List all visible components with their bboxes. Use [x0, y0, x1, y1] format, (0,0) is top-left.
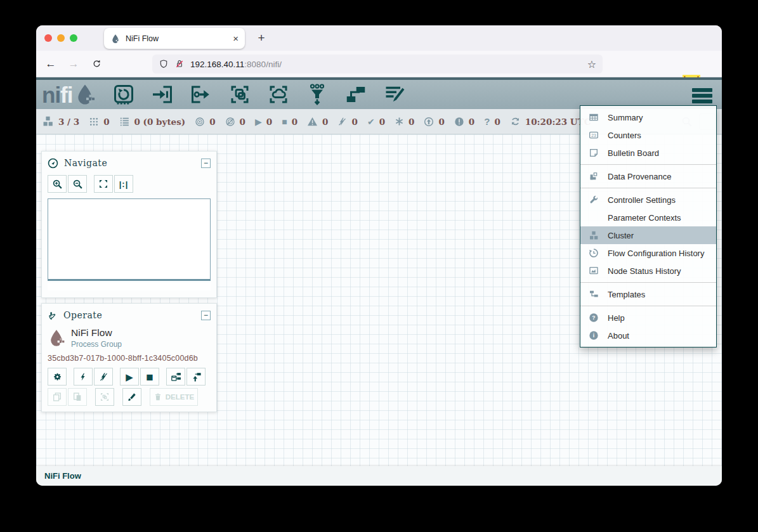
breadcrumb[interactable]: NiFi Flow — [44, 471, 81, 481]
transmitting-count: 0 — [209, 117, 215, 127]
menu-separator — [580, 188, 716, 188]
menu-item-node-status-history[interactable]: Node Status History — [580, 262, 716, 280]
nifi-drop-icon — [74, 82, 96, 107]
operate-header: Operate − — [48, 308, 211, 322]
global-menu-button[interactable] — [692, 88, 712, 103]
browser-window: NiFi Flow × + ← → 192.168.40.11:8080/nif… — [36, 25, 722, 486]
birdseye-view[interactable] — [48, 198, 211, 281]
refresh-icon[interactable] — [510, 116, 521, 127]
input-port-icon[interactable] — [151, 83, 174, 106]
browser-tab[interactable]: NiFi Flow × — [104, 28, 245, 49]
disabled-count: 0 — [351, 117, 357, 127]
tab-title: NiFi Flow — [126, 34, 228, 43]
url-text[interactable]: 192.168.40.11:8080/nifi/ — [190, 60, 582, 69]
question-icon: ? — [484, 116, 490, 127]
brush-icon — [127, 392, 137, 402]
remote-process-group-icon[interactable] — [267, 83, 290, 106]
bookmark-star-icon[interactable]: ☆ — [587, 58, 596, 70]
menu-label: Node Status History — [608, 266, 681, 276]
menu-item-flow-configuration-history[interactable]: Flow Configuration History — [580, 244, 716, 262]
stale-status: 0 — [424, 117, 444, 127]
close-window-button[interactable] — [44, 34, 52, 42]
change-color-button[interactable] — [122, 388, 141, 406]
zoom-out-button[interactable] — [68, 175, 87, 193]
output-port-icon[interactable] — [190, 83, 212, 106]
flow-id: 35cbd3b7-017b-1000-8bff-1c3405c00d6b — [48, 354, 211, 363]
asterisk-icon — [395, 117, 404, 126]
menu-label: Cluster — [608, 231, 634, 240]
transmitting-icon — [195, 117, 205, 127]
cluster-icon — [588, 231, 599, 240]
up-to-date-count: 0 — [379, 117, 385, 127]
menu-item-parameter-contexts[interactable]: Parameter Contexts — [580, 209, 716, 226]
enable-button[interactable] — [74, 368, 93, 386]
funnel-icon[interactable] — [306, 83, 329, 106]
reload-button[interactable] — [87, 55, 106, 74]
zoom-fit-button[interactable] — [94, 175, 113, 193]
insecure-lock-icon[interactable] — [174, 59, 185, 69]
svg-text:?: ? — [592, 315, 595, 321]
process-group-icon[interactable] — [228, 83, 251, 106]
flow-name: NiFi Flow — [71, 327, 122, 339]
actual-size-button[interactable]: |:| — [114, 175, 133, 193]
address-field[interactable]: 192.168.40.11:8080/nifi/ ☆ — [152, 55, 603, 74]
paste-button[interactable] — [68, 388, 87, 406]
locally-modified-stale-count: 0 — [469, 117, 474, 127]
menu-label: Flow Configuration History — [608, 249, 704, 258]
save-template-button[interactable] — [166, 368, 185, 386]
stop-button[interactable]: ■ — [140, 368, 159, 386]
locally-modified-count: 0 — [408, 117, 414, 127]
disable-button[interactable] — [94, 368, 113, 386]
url-path: :8080/nifi/ — [244, 60, 282, 69]
menu-item-summary[interactable]: Summary — [580, 108, 716, 126]
history-icon — [588, 248, 599, 258]
menu-item-about[interactable]: i About — [580, 327, 716, 344]
locally-modified-stale-status: 0 — [454, 117, 474, 127]
zoom-in-icon — [52, 179, 63, 190]
back-button[interactable]: ← — [41, 55, 60, 74]
bulletin-board-icon — [588, 148, 599, 158]
paste-icon — [72, 392, 82, 402]
menu-label: Templates — [608, 290, 645, 299]
minimize-window-button[interactable] — [57, 34, 65, 42]
menu-item-templates[interactable]: Templates — [580, 285, 716, 303]
zoom-window-button[interactable] — [70, 34, 77, 42]
up-to-date-status: ✔ 0 — [367, 117, 385, 127]
check-icon: ✔ — [367, 117, 375, 126]
delete-label: DELETE — [166, 393, 194, 401]
shield-icon[interactable] — [159, 59, 169, 69]
menu-item-cluster[interactable]: Cluster — [580, 226, 716, 244]
nifi-logo: nifi — [42, 82, 96, 107]
menu-item-data-provenance[interactable]: Data Provenance — [580, 167, 716, 185]
copy-button[interactable] — [48, 388, 67, 406]
breadcrumb-bar: NiFi Flow — [36, 466, 722, 486]
stopped-status: ■ 0 — [282, 117, 297, 127]
disabled-bolt-icon — [337, 117, 347, 127]
group-button[interactable] — [95, 388, 114, 406]
new-tab-button[interactable]: + — [252, 29, 271, 47]
flow-type: Process Group — [71, 340, 122, 349]
menu-label: Bulletin Board — [608, 148, 659, 158]
template-icon[interactable] — [344, 83, 367, 106]
close-tab-icon[interactable]: × — [233, 33, 239, 44]
wrench-icon — [588, 195, 599, 205]
menu-label: About — [608, 331, 629, 341]
forward-button[interactable]: → — [64, 55, 83, 74]
delete-button[interactable]: DELETE — [150, 388, 198, 406]
menu-item-bulletin-board[interactable]: Bulletin Board — [580, 144, 716, 162]
menu-item-help[interactable]: ? Help — [580, 309, 716, 327]
start-button[interactable]: ▶ — [120, 368, 139, 386]
menu-item-controller-settings[interactable]: Controller Settings — [580, 191, 716, 209]
save-template-icon — [171, 372, 181, 382]
collapse-operate-button[interactable]: − — [201, 311, 211, 320]
zoom-in-button[interactable] — [48, 175, 67, 193]
configure-button[interactable] — [48, 368, 67, 386]
birdseye-slider[interactable] — [48, 283, 211, 290]
menu-item-counters[interactable]: 23 Counters — [580, 126, 716, 144]
processor-icon[interactable] — [112, 83, 135, 106]
collapse-navigate-button[interactable]: − — [201, 159, 211, 168]
threads-icon — [89, 117, 99, 127]
label-icon[interactable] — [383, 83, 406, 106]
upload-template-button[interactable] — [186, 368, 206, 386]
queue-icon — [119, 117, 130, 127]
